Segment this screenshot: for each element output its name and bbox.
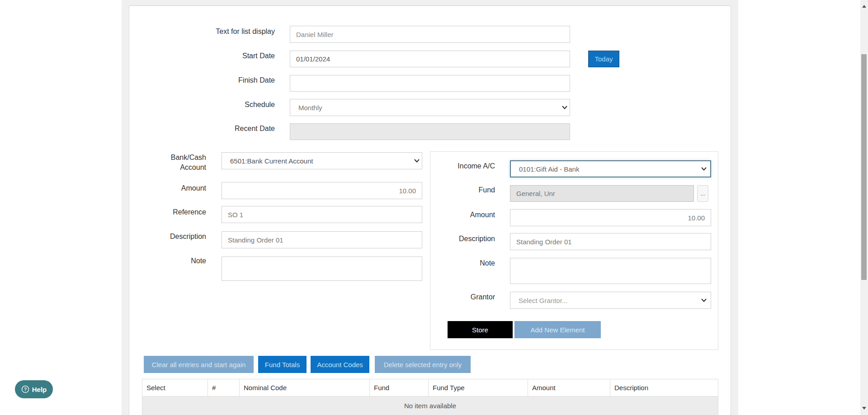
svg-text:?: ?: [24, 387, 27, 392]
